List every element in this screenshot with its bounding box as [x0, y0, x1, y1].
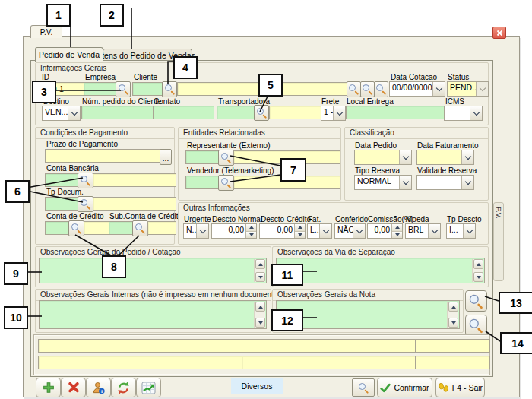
local-entrega-field[interactable]	[346, 106, 447, 119]
data-pedido-select[interactable]	[354, 150, 412, 165]
tp-docum-search-button[interactable]	[78, 196, 93, 212]
chevron-down-icon[interactable]	[333, 106, 345, 120]
scroll-down-icon[interactable]	[473, 272, 483, 282]
lookup-button-1[interactable]	[347, 81, 361, 97]
conta-credito-search-button[interactable]	[68, 220, 84, 236]
transportadora-search-button[interactable]	[254, 105, 269, 121]
destino-select[interactable]: VEN...	[42, 106, 81, 121]
chevron-down-icon[interactable]	[196, 224, 208, 238]
line-chart-icon	[141, 382, 156, 394]
conta-bancaria-name-field[interactable]	[93, 173, 176, 187]
representante-search-button[interactable]	[218, 150, 234, 166]
confirmar-button[interactable]: Confirmar	[377, 378, 432, 397]
totals-field-5[interactable]	[415, 356, 490, 369]
icms-select[interactable]	[444, 106, 483, 121]
add-button[interactable]	[36, 378, 61, 397]
refresh-button[interactable]	[111, 378, 136, 397]
empresa-field[interactable]	[84, 82, 120, 96]
scroll-down-icon[interactable]	[255, 272, 265, 282]
spinner-up-icon[interactable]	[295, 224, 305, 232]
spinner-down-icon[interactable]	[392, 232, 402, 239]
scroll-up-icon[interactable]	[448, 302, 458, 312]
scroll-up-icon[interactable]	[255, 259, 265, 269]
group-caption: Observações Gerais do Pedido / Cotação	[36, 247, 271, 258]
chevron-down-icon[interactable]	[432, 82, 445, 96]
prazo-pagamento-browse-button[interactable]: ...	[160, 149, 172, 165]
urgente-select[interactable]: N...	[183, 223, 209, 239]
scroll-up-icon[interactable]	[473, 259, 483, 269]
totals-field-2[interactable]	[415, 339, 490, 353]
sub-conta-credito-search-button[interactable]	[132, 220, 148, 236]
chevron-down-icon[interactable]	[319, 224, 331, 238]
chevron-down-icon[interactable]	[461, 150, 473, 164]
spinner-up-icon[interactable]	[392, 224, 402, 232]
search-icon	[81, 199, 90, 209]
scroll-up-icon[interactable]	[255, 302, 265, 312]
client-info-button[interactable]: i	[86, 378, 111, 397]
group-caption: Outras Informações	[179, 203, 488, 214]
chevron-down-icon[interactable]	[399, 150, 411, 164]
chevron-down-icon[interactable]	[399, 176, 411, 189]
obs-separacao-textarea[interactable]	[276, 258, 485, 283]
data-cotacao-select[interactable]: 00/00/0000	[389, 81, 445, 97]
callout-10: 10	[4, 306, 28, 329]
validade-reserva-select[interactable]	[416, 175, 474, 190]
vendedor-search-button[interactable]	[218, 175, 234, 191]
comissao-spinner[interactable]: 0,00	[367, 223, 403, 239]
contato-field[interactable]	[153, 106, 214, 119]
prazo-pagamento-field[interactable]	[45, 149, 165, 163]
tab-pedido-de-venda[interactable]: Pedido de Venda	[35, 47, 103, 62]
scroll-down-icon[interactable]	[448, 318, 458, 328]
spinner-up-icon[interactable]	[246, 224, 256, 232]
cliente-search-button[interactable]	[162, 81, 177, 97]
chevron-down-icon[interactable]	[428, 224, 440, 238]
obs-internas-textarea[interactable]	[39, 300, 267, 329]
chevron-down-icon[interactable]	[353, 224, 365, 238]
fat-select[interactable]: L...	[307, 223, 332, 239]
num-pedido-cliente-field[interactable]	[81, 106, 156, 119]
totals-field-4[interactable]	[242, 356, 416, 369]
tipo-reserva-select[interactable]: NORMAL	[354, 175, 412, 190]
window-tab-pv[interactable]: P.V.	[30, 25, 62, 38]
side-tab-pv[interactable]: P.V.	[493, 202, 504, 281]
comissao-value: 0,00	[368, 224, 391, 238]
obs-pedido-textarea[interactable]	[39, 258, 267, 283]
conferido-select[interactable]: NÃO	[334, 223, 366, 239]
tp-docum-name-field[interactable]	[93, 197, 176, 211]
lookup-button-3[interactable]	[374, 81, 388, 97]
chevron-down-icon[interactable]	[68, 106, 80, 120]
transportadora-field[interactable]	[217, 106, 258, 119]
chevron-down-icon[interactable]	[461, 176, 473, 189]
obs-nota-textarea[interactable]	[276, 300, 460, 329]
obs-search-button-2[interactable]	[465, 315, 487, 336]
spinner-down-icon[interactable]	[246, 232, 256, 239]
obs-search-button-1[interactable]	[465, 290, 487, 312]
scrollbar	[254, 302, 265, 328]
search-icon	[221, 178, 231, 188]
chart-button[interactable]	[136, 378, 161, 397]
transportadora-name-field[interactable]	[269, 106, 325, 119]
descto-credito-spinner[interactable]: 0,00	[259, 223, 306, 239]
moeda-select[interactable]: BRL	[405, 223, 441, 239]
tp-descto-select[interactable]: I...	[446, 223, 476, 239]
delete-button[interactable]	[61, 378, 86, 397]
check-icon	[380, 383, 391, 393]
chevron-down-icon[interactable]	[463, 224, 475, 238]
frete-select[interactable]: 1 -	[321, 106, 346, 121]
sub-conta-credito-code-field[interactable]	[147, 221, 176, 235]
lookup-button-2[interactable]	[360, 81, 375, 97]
descto-normal-spinner[interactable]: 0,00	[211, 223, 257, 239]
chevron-down-icon[interactable]	[470, 106, 482, 120]
sair-button[interactable]: F4 - Sair	[435, 378, 485, 397]
totals-field-1[interactable]	[38, 339, 416, 353]
status-select[interactable]: PEND...	[447, 81, 489, 97]
close-button[interactable]	[492, 27, 506, 39]
footer-search-button[interactable]	[352, 378, 375, 397]
plus-icon	[42, 381, 55, 394]
scroll-down-icon[interactable]	[255, 318, 265, 328]
spinner-down-icon[interactable]	[295, 232, 305, 239]
empresa-search-button[interactable]	[116, 81, 131, 97]
data-faturamento-select[interactable]	[416, 150, 474, 165]
conta-bancaria-search-button[interactable]	[78, 173, 93, 188]
totals-field-3[interactable]	[38, 356, 243, 369]
